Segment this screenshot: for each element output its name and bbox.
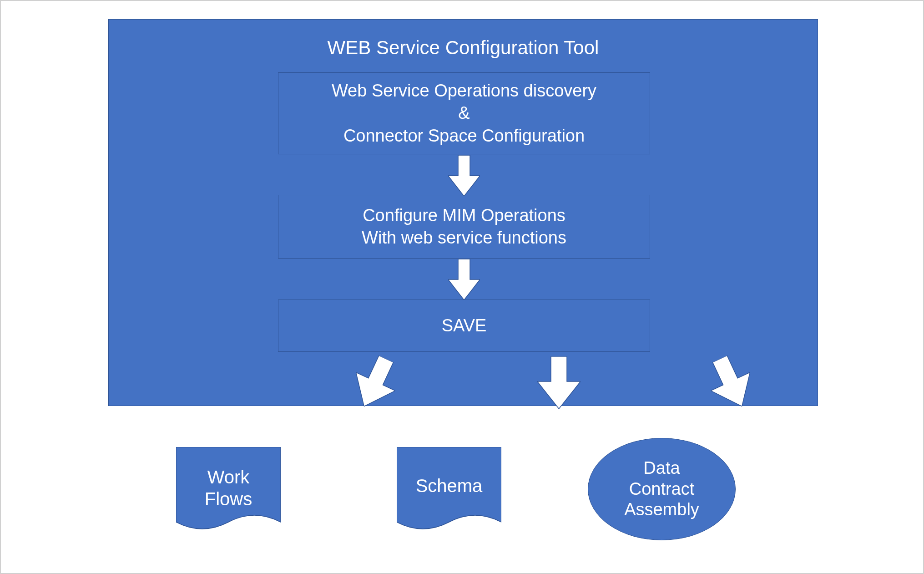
arrow-down-icon [448,155,480,196]
step2-line2: With web service functions [362,227,566,249]
output-data-contract-ellipse: Data Contract Assembly [588,438,736,540]
step3-label: SAVE [442,315,487,337]
step-save-box: SAVE [278,300,650,352]
arrow-to-data-contract-icon [700,350,762,415]
step2-line1: Configure MIM Operations [363,204,566,227]
data-line1: Data [643,458,680,479]
arrow-down-icon [448,259,480,300]
step-configure-box: Configure MIM Operations With web servic… [278,195,650,259]
main-title: WEB Service Configuration Tool [109,37,818,59]
output-schema-document: Schema [397,447,501,533]
step1-line1: Web Service Operations discovery [332,80,596,102]
output-workflows-document: Work Flows [176,447,281,533]
data-line2: Contract [629,479,695,500]
main-container-box: WEB Service Configuration Tool Web Servi… [108,19,818,406]
arrow-to-workflows-icon [344,350,406,415]
data-line3: Assembly [624,499,699,520]
schema-label: Schema [416,475,483,497]
step1-line2: & [458,102,470,124]
workflows-line1: Work [205,466,252,488]
step-discovery-box: Web Service Operations discovery & Conne… [278,72,650,154]
workflows-line2: Flows [205,488,252,510]
step1-line3: Connector Space Configuration [343,125,585,147]
arrow-to-schema-icon [537,356,581,409]
